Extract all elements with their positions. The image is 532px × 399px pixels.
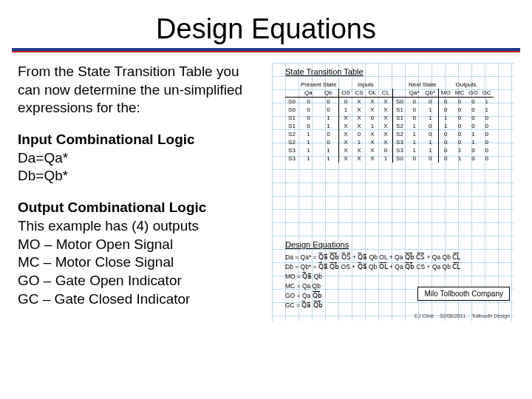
footer-date: 02/08/2011 [440,313,466,318]
equation-line: GC = Q̅a̅ Q̅b̅ [285,301,510,309]
table-col-header: Qa Qb OS CS OL CL Qa* Qb* MO MC GO GC [285,89,494,98]
table-row: S0000XXXS0000001 [285,98,494,106]
table-row: S311XXX0S3110100 [285,146,494,154]
page-title: Design Equations [18,13,514,45]
left-column: From the State Transition Table you can … [18,63,262,321]
output-logic-line: MC – Motor Close Signal [18,253,262,272]
equation-line: Db = Qb* = Q̅a̅ Q̅b̅ OS + Q̅a̅ Qb O̅L̅ +… [285,263,510,270]
equation-line: Da = Qa* = Q̅a̅ Q̅b̅ O̅S̅ + Q̅a̅ Qb OL +… [285,253,510,261]
table-row: S101XX1XS2101000 [285,122,494,130]
footer-author: EJ Cline [415,313,434,318]
footer: EJ Cline 02/08/2011 Tollbooth Design [415,313,510,318]
company-stamp: Milo Tollbooth Company [417,287,510,301]
intro-text: From the State Transition Table you can … [18,63,262,117]
output-logic-line: MO – Motor Open Signal [18,236,262,254]
output-logic-line: This example has (4) outputs [18,217,262,236]
input-logic-block: Input Combinational Logic Da=Qa* Db=Qb* [18,131,262,185]
footer-label: Tollbooth Design [471,313,510,318]
right-column: State Transition Table Present State Inp… [272,63,514,321]
input-logic-line: Da=Qa* [18,149,262,168]
slide: Design Equations From the State Transiti… [0,0,532,399]
table-row: S210X1XXS3110010 [285,138,494,146]
table-row: S311XXX1S0000100 [285,154,494,163]
input-logic-heading: Input Combinational Logic [18,131,262,149]
output-logic-heading: Output Combinational Logic [18,199,262,217]
table-group-header: Present State Inputs Next State Outputs [285,81,494,89]
output-logic-block: Output Combinational Logic This example … [18,199,262,308]
divider [12,48,520,52]
output-logic-line: GC – Gate Closed Indicator [18,290,262,309]
state-transition-table: Present State Inputs Next State Outputs … [285,81,494,163]
table-row: S101XX0XS1011000 [285,114,494,122]
input-logic-line: Db=Qb* [18,167,262,185]
table-row: S210X0XXS2100010 [285,130,494,138]
output-logic-line: GO – Gate Open Indicator [18,272,262,290]
group-inputs: Inputs [338,81,392,89]
group-outputs: Outputs [438,81,493,89]
group-present-state: Present State [299,81,338,89]
table-row: S0001XXXS1010001 [285,106,494,114]
equation-line: MO = Q̅a̅ Qb [285,273,510,280]
state-transition-table-area: State Transition Table Present State Inp… [285,67,510,163]
stt-title: State Transition Table [285,67,510,76]
equations-title: Design Equations [285,240,510,249]
group-next-state: Next State [406,81,438,89]
columns: From the State Transition Table you can … [18,63,514,321]
